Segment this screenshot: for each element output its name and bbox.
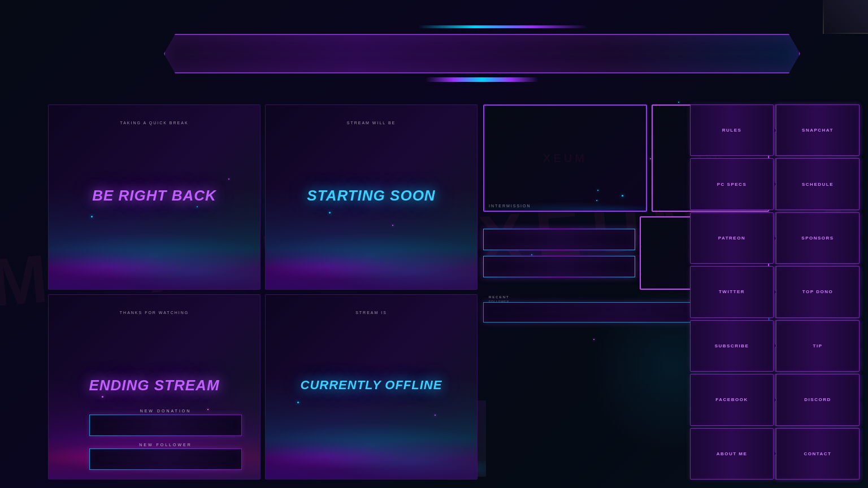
- screen-title-3: ENDING STREAM: [89, 377, 219, 394]
- btn-schedule[interactable]: SCHEDULE: [776, 158, 860, 210]
- alert-donation: NEW DONATION: [89, 409, 242, 436]
- screen-small-label-1: TAKING A QUICK BREAK: [120, 121, 188, 125]
- btn-pc-specs[interactable]: PC SPECS: [690, 158, 774, 210]
- particle-dot: [102, 396, 103, 398]
- banner-bottom-accent: [426, 77, 539, 82]
- btn-patreon[interactable]: PATREON: [690, 212, 774, 264]
- webcam-large: XEUM INTERMISSION: [483, 104, 647, 212]
- screen-title-1: BE RIGHT BACK: [92, 188, 216, 204]
- btn-discord[interactable]: DISCORD: [776, 374, 860, 425]
- alert-follower-bar: [89, 448, 242, 470]
- screen-be-right-back: TAKING A QUICK BREAK BE RIGHT BACK: [48, 104, 261, 290]
- alert-donation-bar: [89, 415, 242, 436]
- screen-small-label-3: THANKS FOR WATCHING: [120, 311, 189, 315]
- screen-small-label-4: STREAM IS: [355, 311, 387, 315]
- webcam-wave: [484, 179, 646, 211]
- btn-sponsors[interactable]: SPONSORS: [776, 212, 860, 264]
- alert-donation-label: NEW DONATION: [89, 409, 242, 413]
- banner-top-accent: [418, 25, 588, 28]
- alert-follower-label: NEW FOLLOWER: [89, 443, 242, 447]
- btn-facebook[interactable]: FACEBOOK: [690, 374, 774, 425]
- banner-shape: [164, 34, 800, 73]
- btn-contact[interactable]: CONTACT: [776, 428, 860, 480]
- corner-decoration: [823, 0, 868, 34]
- btn-tip[interactable]: TIP: [776, 320, 860, 372]
- btn-twitter[interactable]: TWITTER: [690, 266, 774, 317]
- button-grid-overlay: RULES SNAPCHAT PC SPECS SCHEDULE PATREON…: [690, 104, 860, 480]
- screen-small-label-2: STREAM WILL BE: [347, 121, 396, 125]
- input-bars: [483, 216, 635, 290]
- screen-title-2: STARTING SOON: [307, 188, 435, 204]
- alerts-panel: NEW DONATION NEW FOLLOWER: [89, 409, 242, 477]
- btn-snapchat[interactable]: SNAPCHAT: [776, 104, 860, 156]
- input-bar-1[interactable]: [483, 229, 635, 250]
- top-banner: [164, 34, 800, 73]
- screen-title-4: CURRENTLY OFFLINE: [301, 378, 442, 392]
- screen-currently-offline: STREAM IS CURRENTLY OFFLINE: [265, 294, 478, 480]
- follower-label: RECENT: [489, 295, 510, 299]
- btn-top-dono[interactable]: TOP DONO: [776, 266, 860, 317]
- screen-starting-soon: STREAM WILL BE STARTING SOON: [265, 104, 478, 290]
- btn-rules[interactable]: RULES: [690, 104, 774, 156]
- alert-follower: NEW FOLLOWER: [89, 443, 242, 470]
- sparkle-6: [678, 102, 679, 103]
- particle-dot: [91, 216, 93, 217]
- btn-subscribe[interactable]: SUBSCRIBE: [690, 320, 774, 372]
- btn-about-me[interactable]: ABOUT ME: [690, 428, 774, 480]
- input-bar-2[interactable]: [483, 256, 635, 277]
